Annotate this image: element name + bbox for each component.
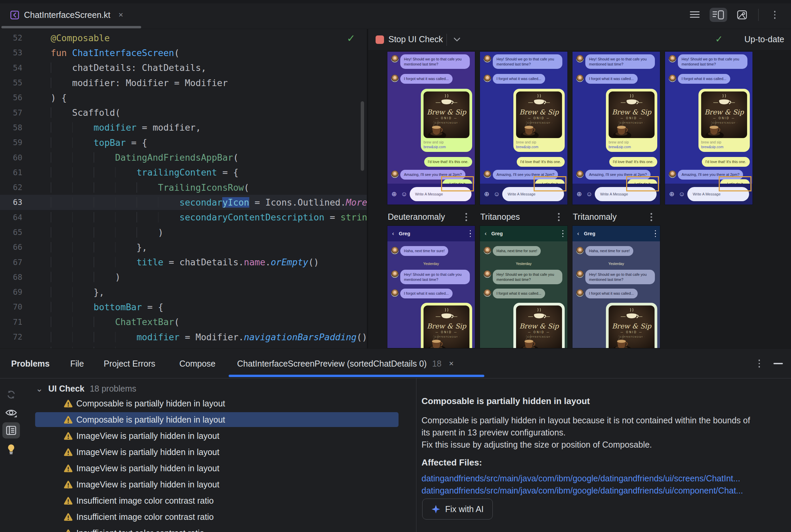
chevron-down-icon[interactable] [453,37,461,42]
code-token: secondar [179,197,222,208]
editor-options-kebab-icon[interactable] [766,8,784,22]
problem-item[interactable]: Composable is partially hidden in layout [35,396,399,411]
code-line[interactable]: 55 modifier: Modifier = Modifier [0,75,367,90]
tab-file[interactable]: File [70,349,84,378]
emoji-icon[interactable]: ☺ [494,191,500,197]
tab-compose[interactable]: Compose [179,349,216,378]
preview-phone[interactable]: ‹GregHaha, next time for sure!YesterdayH… [387,226,475,348]
chat-menu-kebab-icon[interactable] [655,230,656,237]
chevron-down-icon[interactable]: ⌄ [36,384,43,394]
preview-phone[interactable]: ‹GregHaha, next time for sure!YesterdayH… [480,226,568,348]
preview-phone[interactable]: Hey! Should we go to that cafe you menti… [572,51,660,205]
contact-avatar [576,289,584,297]
affected-file-link[interactable]: datingandfriends/src/main/java/com/ibm/g… [422,484,743,497]
indent [51,107,72,118]
code-line[interactable]: 63 secondaryIcon = Icons.Outlined.More [0,195,367,210]
affected-file-link[interactable]: datingandfriends/src/main/java/com/ibm/g… [422,472,743,484]
editor-scrollbar[interactable] [361,101,364,171]
preview-phone[interactable]: Hey! Should we go to that cafe you menti… [665,51,753,205]
code-token: }, [94,287,104,298]
stop-icon[interactable] [375,35,384,44]
emoji-icon[interactable]: ☺ [679,191,685,197]
back-icon[interactable]: ‹ [485,230,487,237]
editor-tab-chatinterfacescreen[interactable]: ChatInterfaceScreen.kt × [10,6,123,24]
add-icon[interactable]: ⊕ [484,191,490,197]
preview-phone[interactable]: ‹GregHaha, next time for sure!YesterdayH… [572,226,660,348]
code-line[interactable]: 71 ChatTextBar( [0,315,367,329]
code-line[interactable]: 56) { [0,90,367,105]
code-line[interactable]: 53fun ChatInterfaceScreen( [0,45,367,60]
shared-link-card[interactable]: Brew & Sip— ONID —· COFFEETCNSIDY ·brew … [513,303,565,348]
back-icon[interactable]: ‹ [577,230,579,237]
chat-menu-kebab-icon[interactable] [562,230,564,237]
problem-item[interactable]: Composable is partially hidden in layout [35,412,399,427]
shared-link-card[interactable]: Brew & Sip— ONID —· COFFEETCNSIDY ·brew … [698,89,750,152]
code-line[interactable]: 69 }, [0,285,367,299]
code-line[interactable]: 58 modifier = modifier, [0,120,367,135]
preview-phone[interactable]: Hey! Should we go to that cafe you menti… [387,51,475,205]
code-view-icon[interactable] [686,8,703,22]
code-line[interactable]: 64 secondaryContentDescription = strin [0,210,367,225]
design-view-icon[interactable] [733,8,751,22]
card-link[interactable]: brew&sip.com [424,145,470,149]
shared-link-card[interactable]: Brew & Sip— ONID —· COFFEETCNSIDY ·brew … [606,303,657,348]
problem-item[interactable]: ImageView is partially hidden in layout [35,477,399,492]
code-line[interactable]: 57 Scaffold( [0,105,367,120]
code-line[interactable]: 59 topBar = { [0,135,367,150]
tab-preview-uicheck[interactable]: ChatInterfaceScreenPreview (sortedChatDe… [237,349,454,378]
minimize-icon[interactable] [773,363,783,364]
add-icon[interactable]: ⊕ [576,191,582,197]
indent [51,287,94,298]
emoji-icon[interactable]: ☺ [586,191,592,197]
code-line[interactable]: 73 onAddClick = {} [0,344,367,348]
uicheck-tree-root[interactable]: ⌄ UI Check 18 problems [35,381,399,396]
code-line[interactable]: 65 ) [0,225,367,240]
chat-menu-kebab-icon[interactable] [470,230,471,237]
code-line[interactable]: 60 DatingAndFriendsAppBar( [0,150,367,165]
problem-item[interactable]: ImageView is partially hidden in layout [35,461,399,476]
preview-phone[interactable]: Hey! Should we go to that cafe you menti… [480,51,568,205]
code-line[interactable]: 54 chatDetails: ChatDetails, [0,60,367,75]
problem-item[interactable]: ImageView is partially hidden in layout [35,444,399,459]
preview-config-kebab-icon[interactable] [558,213,560,221]
preview-config-kebab-icon[interactable] [650,213,652,221]
shared-link-card[interactable]: Brew & Sip— ONID —· COFFEETCNSIDY ·brew … [606,89,657,152]
line-number: 64 [0,213,22,222]
code-line[interactable]: 67 title = chatDetails.name.orEmpty() [0,254,367,269]
back-icon[interactable]: ‹ [392,230,394,237]
code-line[interactable]: 52@Composable [0,31,367,45]
stop-ui-check-button[interactable]: Stop UI Check [388,34,443,44]
code-line[interactable]: 70 bottomBar = { [0,299,367,314]
problem-item[interactable]: Insufficient image color contrast ratio [35,493,399,508]
problem-item[interactable]: Insufficient image color contrast ratio [35,509,399,524]
code-line[interactable]: 72 modifier = Modifier.navigationBarsPad… [0,329,367,344]
chat-bubble: Hey! Should we go to that cafe you menti… [493,54,562,69]
card-link[interactable]: brew&sip.com [516,145,562,149]
problems-options-kebab-icon[interactable] [758,360,760,367]
problem-item[interactable]: ImageView is partially hidden in layout [35,429,399,443]
problem-item[interactable]: Insufficient text color contrast ratio [35,526,399,532]
code-line[interactable]: 61 trailingContent = { [0,165,367,180]
add-icon[interactable]: ⊕ [669,191,675,197]
preview-config-kebab-icon[interactable] [465,213,467,221]
list-details-divider[interactable] [416,378,417,532]
code-editor[interactable]: 52@Composable53fun ChatInterfaceScreen(5… [0,29,367,348]
card-link[interactable]: brew&sip.com [609,145,655,149]
line-number: 63 [0,198,22,207]
tab-project-errors[interactable]: Project Errors [104,349,155,378]
card-link[interactable]: brew&sip.com [701,145,747,149]
tab-close-icon[interactable]: × [118,10,123,20]
split-view-icon[interactable] [710,8,727,22]
shared-link-card[interactable]: Brew & Sip— ONID —· COFFEETCNSIDY ·brew … [421,303,472,348]
code-line[interactable]: 66 }, [0,240,367,254]
code-line[interactable]: 62 TrailingIconsRow( [0,180,367,195]
tab-close-icon[interactable]: × [449,359,454,368]
shared-link-card[interactable]: Brew & Sip— ONID —· COFFEETCNSIDY ·brew … [513,89,565,152]
shared-link-card[interactable]: Brew & Sip— ONID —· COFFEETCNSIDY ·brew … [421,89,472,152]
fix-with-ai-button[interactable]: Fix with AI [422,499,493,519]
code-line[interactable]: 68 ) [0,270,367,285]
add-icon[interactable]: ⊕ [391,191,397,197]
emoji-icon[interactable]: ☺ [401,191,407,197]
inspections-ok-icon[interactable]: ✓ [347,33,355,44]
warning-icon [63,529,73,532]
